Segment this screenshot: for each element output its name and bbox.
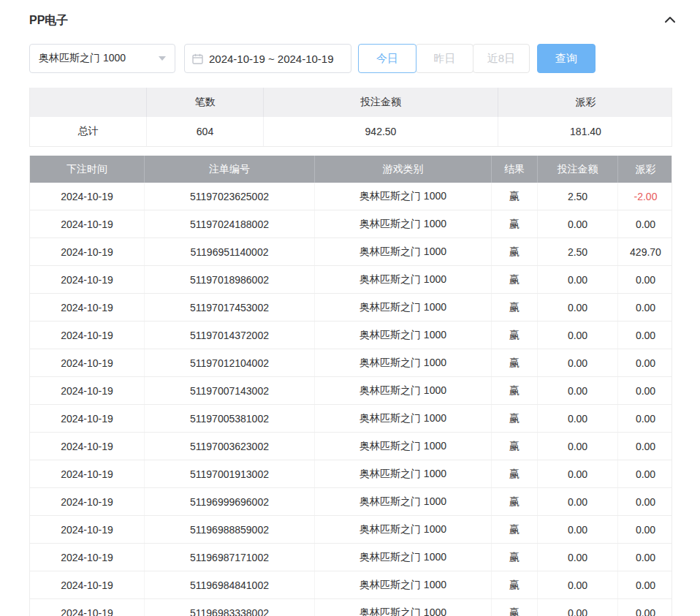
cell-payout: 0.00: [618, 488, 673, 515]
quick-button-yesterday[interactable]: 昨日: [416, 44, 473, 73]
bets-table: 下注时间 注单编号 游戏类别 结果 投注金额 派彩 2024-10-195119…: [29, 156, 672, 616]
cell-bet-amount: 0.00: [538, 377, 618, 404]
quick-button-last8days[interactable]: 近8日: [473, 44, 530, 73]
summary-header-payout: 派彩: [498, 88, 673, 117]
header-game-type: 游戏类别: [315, 156, 492, 183]
cell-bet-time: 2024-10-19: [30, 571, 145, 598]
table-row: 2024-10-1951197003623002奥林匹斯之门 1000赢0.00…: [30, 433, 672, 460]
cell-bet-time: 2024-10-19: [30, 210, 145, 237]
cell-order-id: 51196951140002: [145, 238, 315, 265]
cell-result: 赢: [492, 488, 538, 515]
cell-result: 赢: [492, 599, 538, 616]
cell-bet-time: 2024-10-19: [30, 322, 145, 349]
cell-payout: 0.00: [618, 377, 673, 404]
game-select[interactable]: 奥林匹斯之门 1000: [29, 44, 175, 73]
table-row: 2024-10-1951196983338002奥林匹斯之门 1000赢0.00…: [30, 599, 672, 616]
cell-result: 赢: [492, 460, 538, 487]
collapse-button[interactable]: [663, 15, 677, 28]
cell-result: 赢: [492, 377, 538, 404]
cell-bet-time: 2024-10-19: [30, 544, 145, 571]
quick-button-today[interactable]: 今日: [358, 44, 416, 73]
cell-order-id: 51196987171002: [145, 544, 315, 571]
cell-order-id: 51197014372002: [145, 322, 315, 349]
cell-game-type: 奥林匹斯之门 1000: [315, 488, 492, 515]
cell-bet-time: 2024-10-19: [30, 377, 145, 404]
cell-order-id: 51197018986002: [145, 266, 315, 293]
cell-order-id: 51197023625002: [145, 183, 315, 210]
cell-payout: 0.00: [618, 266, 673, 293]
table-row: 2024-10-1951196984841002奥林匹斯之门 1000赢0.00…: [30, 571, 672, 599]
page: PP电子 奥林匹斯之门 1000 2024-10-19 ~ 2024-10-19…: [0, 0, 700, 616]
cell-game-type: 奥林匹斯之门 1000: [315, 599, 492, 616]
cell-bet-amount: 0.00: [538, 460, 618, 487]
cell-result: 赢: [492, 405, 538, 432]
cell-result: 赢: [492, 183, 538, 210]
date-range-picker[interactable]: 2024-10-19 ~ 2024-10-19: [184, 44, 351, 73]
cell-game-type: 奥林匹斯之门 1000: [315, 377, 492, 404]
header-order-id: 注单编号: [145, 156, 315, 183]
cell-payout: 0.00: [618, 322, 673, 349]
cell-bet-time: 2024-10-19: [30, 433, 145, 460]
summary-total-payout: 181.40: [498, 117, 673, 146]
cell-payout: -2.00: [618, 183, 673, 210]
header-result: 结果: [492, 156, 538, 183]
cell-order-id: 51197012104002: [145, 349, 315, 376]
cell-payout: 0.00: [618, 599, 673, 616]
cell-bet-amount: 2.50: [538, 238, 618, 265]
header-bet-time: 下注时间: [30, 156, 145, 183]
cell-bet-time: 2024-10-19: [30, 488, 145, 515]
cell-bet-time: 2024-10-19: [30, 599, 145, 616]
cell-order-id: 51197005381002: [145, 405, 315, 432]
cell-payout: 0.00: [618, 405, 673, 432]
cell-bet-time: 2024-10-19: [30, 349, 145, 376]
table-row: 2024-10-1951197017453002奥林匹斯之门 1000赢0.00…: [30, 294, 672, 322]
cell-payout: 0.00: [618, 544, 673, 571]
table-row: 2024-10-1951197018986002奥林匹斯之门 1000赢0.00…: [30, 266, 672, 294]
table-header-row: 下注时间 注单编号 游戏类别 结果 投注金额 派彩: [30, 156, 672, 183]
cell-bet-amount: 0.00: [538, 488, 618, 515]
table-row: 2024-10-1951197023625002奥林匹斯之门 1000赢2.50…: [30, 183, 672, 210]
game-select-value: 奥林匹斯之门 1000: [39, 52, 126, 65]
cell-order-id: 51196999696002: [145, 488, 315, 515]
cell-order-id: 51197017453002: [145, 294, 315, 321]
cell-game-type: 奥林匹斯之门 1000: [315, 322, 492, 349]
cell-result: 赢: [492, 238, 538, 265]
cell-bet-amount: 0.00: [538, 516, 618, 543]
table-row: 2024-10-1951196987171002奥林匹斯之门 1000赢0.00…: [30, 544, 672, 571]
table-body: 2024-10-1951197023625002奥林匹斯之门 1000赢2.50…: [30, 183, 672, 616]
table-row: 2024-10-1951197001913002奥林匹斯之门 1000赢0.00…: [30, 460, 672, 488]
cell-game-type: 奥林匹斯之门 1000: [315, 544, 492, 571]
table-row: 2024-10-1951197024188002奥林匹斯之门 1000赢0.00…: [30, 210, 672, 238]
cell-result: 赢: [492, 349, 538, 376]
cell-bet-amount: 0.00: [538, 210, 618, 237]
cell-result: 赢: [492, 544, 538, 571]
cell-bet-amount: 2.50: [538, 183, 618, 210]
cell-game-type: 奥林匹斯之门 1000: [315, 433, 492, 460]
cell-game-type: 奥林匹斯之门 1000: [315, 238, 492, 265]
cell-result: 赢: [492, 266, 538, 293]
calendar-icon: [192, 53, 203, 64]
header-bet-amount: 投注金额: [538, 156, 618, 183]
cell-payout: 0.00: [618, 516, 673, 543]
cell-bet-amount: 0.00: [538, 571, 618, 598]
search-button[interactable]: 查询: [537, 44, 596, 73]
section-header: PP电子: [29, 13, 677, 28]
cell-game-type: 奥林匹斯之门 1000: [315, 294, 492, 321]
header-payout: 派彩: [618, 156, 673, 183]
cell-game-type: 奥林匹斯之门 1000: [315, 516, 492, 543]
table-row: 2024-10-1951197005381002奥林匹斯之门 1000赢0.00…: [30, 405, 672, 433]
table-row: 2024-10-1951196988859002奥林匹斯之门 1000赢0.00…: [30, 516, 672, 544]
chevron-up-icon: [663, 15, 677, 28]
cell-order-id: 51197024188002: [145, 210, 315, 237]
date-range-value: 2024-10-19 ~ 2024-10-19: [209, 53, 334, 65]
cell-result: 赢: [492, 294, 538, 321]
cell-result: 赢: [492, 516, 538, 543]
cell-result: 赢: [492, 210, 538, 237]
cell-bet-time: 2024-10-19: [30, 183, 145, 210]
cell-game-type: 奥林匹斯之门 1000: [315, 571, 492, 598]
cell-game-type: 奥林匹斯之门 1000: [315, 266, 492, 293]
summary-header-row: 笔数 投注金额 派彩: [30, 88, 672, 117]
table-row: 2024-10-1951197012104002奥林匹斯之门 1000赢0.00…: [30, 349, 672, 377]
cell-bet-amount: 0.00: [538, 349, 618, 376]
summary-table: 笔数 投注金额 派彩 总计 604 942.50 181.40: [29, 88, 672, 147]
